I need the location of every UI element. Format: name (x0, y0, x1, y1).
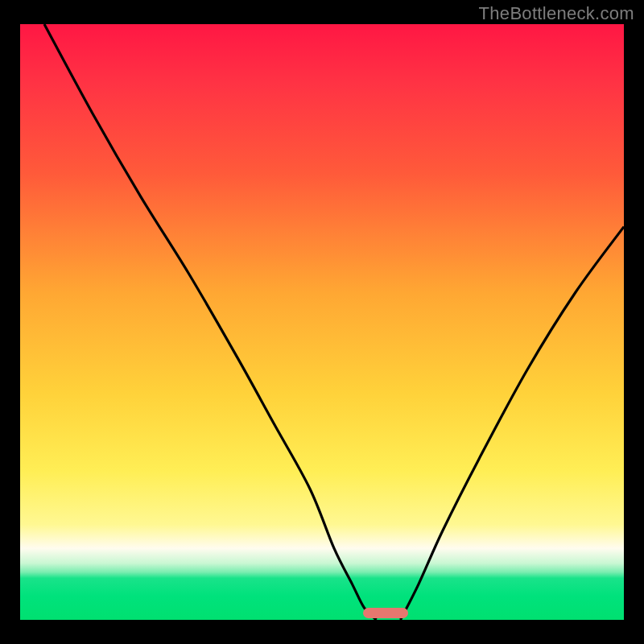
curve-layer (20, 24, 624, 620)
chart-frame: TheBottleneck.com (0, 0, 644, 644)
right-curve (401, 227, 625, 620)
left-curve (44, 24, 377, 620)
bottleneck-marker (363, 608, 408, 618)
watermark-text: TheBottleneck.com (479, 3, 634, 24)
plot-area (20, 24, 624, 620)
